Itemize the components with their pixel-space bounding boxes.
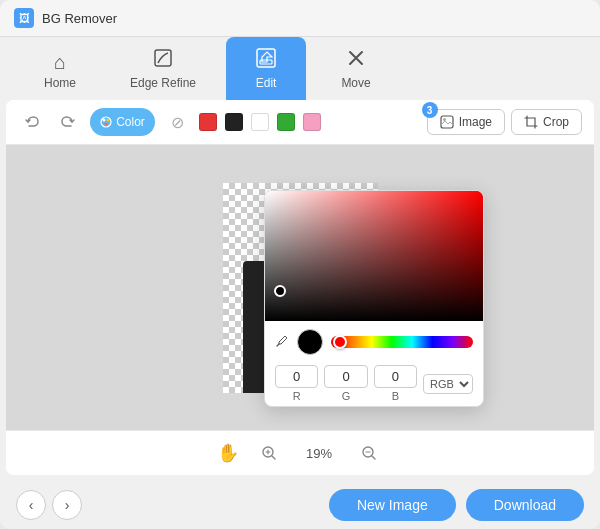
- bottom-toolbar: ✋ 19%: [6, 430, 594, 475]
- rainbow-bar-area: [265, 321, 483, 359]
- tab-home[interactable]: ⌂ Home: [20, 42, 100, 100]
- b-input[interactable]: [374, 365, 417, 388]
- svg-point-6: [105, 123, 108, 126]
- swatch-red[interactable]: [199, 113, 217, 131]
- color-button[interactable]: Color: [90, 108, 155, 136]
- next-button[interactable]: ›: [52, 490, 82, 520]
- rgb-mode-select[interactable]: RGB HEX HSL: [423, 374, 473, 394]
- crop-btn-label: Crop: [543, 115, 569, 129]
- toolbar-right: 3 Image Crop: [427, 109, 582, 135]
- svg-rect-7: [441, 116, 453, 128]
- g-input-group: G: [324, 365, 367, 402]
- crop-button[interactable]: Crop: [511, 109, 582, 135]
- title-bar: 🖼 BG Remover: [0, 0, 600, 37]
- tab-move-label: Move: [341, 76, 370, 90]
- tab-edge-refine[interactable]: Edge Refine: [110, 37, 216, 100]
- svg-point-8: [443, 118, 446, 121]
- prev-button[interactable]: ‹: [16, 490, 46, 520]
- toolbar: Color ⊘ 3 Image: [6, 100, 594, 145]
- download-button[interactable]: Download: [466, 489, 584, 521]
- g-label: G: [342, 390, 351, 402]
- g-input[interactable]: [324, 365, 367, 388]
- svg-point-5: [107, 119, 110, 122]
- app-window: 🖼 BG Remover ⌂ Home Edge Refine: [0, 0, 600, 529]
- b-input-group: B: [374, 365, 417, 402]
- image-btn-label: Image: [459, 115, 492, 129]
- tab-edit[interactable]: Edit: [226, 37, 306, 100]
- canvas-area[interactable]: R G B RGB HEX HSL: [6, 145, 594, 430]
- main-content: Color ⊘ 3 Image: [6, 100, 594, 475]
- tab-move[interactable]: Move: [316, 37, 396, 100]
- rgb-inputs: R G B RGB HEX HSL: [265, 359, 483, 406]
- color-picker-popup: R G B RGB HEX HSL: [264, 190, 484, 407]
- home-icon: ⌂: [54, 52, 66, 72]
- svg-rect-0: [155, 50, 171, 66]
- nav-arrows: ‹ ›: [16, 490, 82, 520]
- hand-icon: ✋: [217, 442, 239, 464]
- edge-refine-icon: [152, 47, 174, 72]
- svg-point-4: [103, 119, 106, 122]
- eyedropper-icon[interactable]: [275, 334, 289, 351]
- action-buttons: New Image Download: [329, 489, 584, 521]
- r-input-group: R: [275, 365, 318, 402]
- move-icon: [345, 47, 367, 72]
- app-icon: 🖼: [14, 8, 34, 28]
- color-btn-label: Color: [116, 115, 145, 129]
- badge: 3: [422, 102, 438, 118]
- r-input[interactable]: [275, 365, 318, 388]
- r-label: R: [293, 390, 301, 402]
- swatch-white[interactable]: [251, 113, 269, 131]
- edit-icon: [255, 47, 277, 72]
- zoom-level: 19%: [299, 446, 339, 461]
- b-label: B: [392, 390, 399, 402]
- tab-edge-refine-label: Edge Refine: [130, 76, 196, 90]
- new-image-button[interactable]: New Image: [329, 489, 456, 521]
- footer: ‹ › New Image Download: [0, 481, 600, 529]
- rainbow-bar[interactable]: [331, 336, 473, 348]
- swatch-black[interactable]: [225, 113, 243, 131]
- app-title: BG Remover: [42, 11, 117, 26]
- color-gradient[interactable]: [265, 191, 483, 321]
- rainbow-handle[interactable]: [333, 335, 347, 349]
- clear-button[interactable]: ⊘: [163, 108, 191, 136]
- undo-button[interactable]: [18, 108, 46, 136]
- swatch-green[interactable]: [277, 113, 295, 131]
- swatch-pink[interactable]: [303, 113, 321, 131]
- tab-edit-label: Edit: [256, 76, 277, 90]
- nav-tabs: ⌂ Home Edge Refine Edit: [0, 37, 600, 100]
- image-button[interactable]: 3 Image: [427, 109, 505, 135]
- color-preview: [297, 329, 323, 355]
- redo-button[interactable]: [54, 108, 82, 136]
- zoom-out-button[interactable]: [355, 439, 383, 467]
- color-picker-handle[interactable]: [274, 285, 286, 297]
- zoom-in-button[interactable]: [255, 439, 283, 467]
- tab-home-label: Home: [44, 76, 76, 90]
